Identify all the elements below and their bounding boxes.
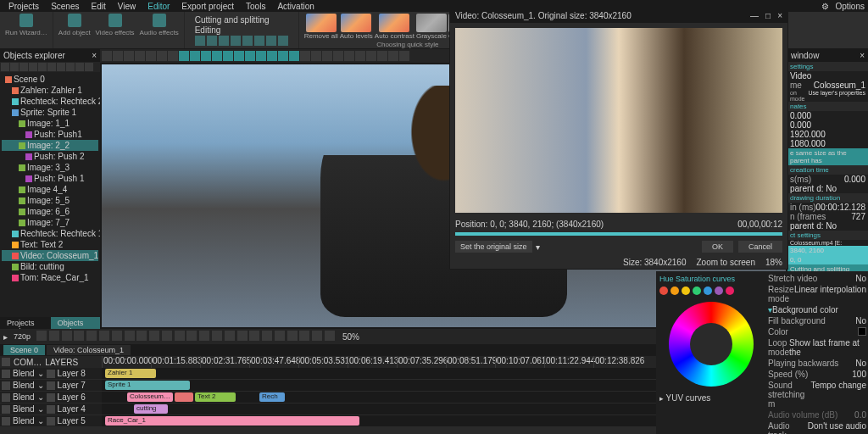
- toolbar-icon[interactable]: [124, 51, 134, 61]
- toolbar-icon[interactable]: [29, 63, 37, 71]
- tree-item[interactable]: Push: Push 1: [2, 173, 98, 184]
- close-icon[interactable]: ×: [777, 11, 782, 20]
- playback-button[interactable]: [149, 331, 159, 341]
- tab-projects-explorer[interactable]: Projects explorer: [0, 317, 51, 329]
- tree-item[interactable]: Tom: Race_Car_1: [2, 272, 98, 283]
- playback-button[interactable]: [275, 331, 285, 341]
- style-thumb[interactable]: [416, 14, 447, 32]
- tool-icon[interactable]: [242, 36, 253, 46]
- toolbar-icon[interactable]: [75, 63, 84, 71]
- maximize-icon[interactable]: □: [765, 11, 771, 20]
- timeline-clip[interactable]: Colosseum…: [127, 392, 173, 402]
- resolution-selector[interactable]: 720p: [10, 332, 34, 341]
- hue-dot[interactable]: [726, 287, 734, 295]
- close-icon[interactable]: ×: [860, 51, 865, 60]
- toolbar-icon[interactable]: [267, 51, 277, 61]
- toolbar-icon[interactable]: [85, 63, 93, 71]
- tool-icon[interactable]: [195, 36, 205, 46]
- video-preview[interactable]: [455, 28, 782, 213]
- tree-item[interactable]: Sprite: Sprite 1: [2, 107, 98, 118]
- tree-item[interactable]: Image: 2_2: [2, 140, 98, 151]
- toolbar-icon[interactable]: [212, 51, 222, 61]
- playback-button[interactable]: [212, 331, 222, 341]
- style-thumb[interactable]: [341, 14, 371, 32]
- toolbar-icon[interactable]: [57, 63, 65, 71]
- toolbar-icon[interactable]: [388, 51, 398, 61]
- hue-dot[interactable]: [715, 287, 723, 295]
- toolbar-icon[interactable]: [66, 63, 75, 71]
- toolbar-icon[interactable]: [322, 51, 332, 61]
- toolbar-icon[interactable]: [47, 63, 56, 71]
- playback-button[interactable]: [249, 331, 259, 341]
- minimize-icon[interactable]: —: [750, 11, 759, 20]
- options-label[interactable]: Options: [836, 2, 865, 11]
- menu-view[interactable]: View: [118, 2, 136, 11]
- timeline-tab-scene[interactable]: Scene 0: [3, 345, 45, 355]
- menu-projects[interactable]: Projects: [8, 2, 39, 11]
- eye-icon[interactable]: [2, 393, 10, 402]
- menu-export-project[interactable]: Export project: [181, 2, 234, 11]
- toolbar-icon[interactable]: [190, 51, 200, 61]
- tree-item[interactable]: Zahlen: Zahler 1: [2, 85, 98, 96]
- toolbar-icon[interactable]: [157, 51, 167, 61]
- yuv-curves[interactable]: ▸ YUV curves: [659, 393, 710, 403]
- run-wizard-button[interactable]: Run Wizard…: [5, 14, 47, 36]
- video-effects-button[interactable]: Video effects: [96, 14, 135, 36]
- zoom-pct[interactable]: 50%: [342, 332, 359, 342]
- tree-item[interactable]: Push: Push1: [2, 129, 98, 140]
- layer-row[interactable]: Blend⌄Layer 8: [0, 368, 102, 380]
- tool-icon[interactable]: [207, 36, 217, 46]
- layer-row[interactable]: Blend⌄Layer 4: [0, 403, 102, 415]
- playback-button[interactable]: [162, 331, 172, 341]
- layer-row[interactable]: Blend⌄Layer 6: [0, 392, 102, 403]
- tree-item[interactable]: Image: 1_1: [2, 118, 98, 129]
- timeline-clip[interactable]: Race_Car_1: [105, 416, 359, 426]
- tool-icon[interactable]: [231, 36, 241, 46]
- toolbar-icon[interactable]: [300, 51, 310, 61]
- playback-button[interactable]: [312, 331, 322, 341]
- tree-item[interactable]: Image: 6_6: [2, 206, 98, 217]
- eye-icon[interactable]: [2, 370, 10, 378]
- toolbar-icon[interactable]: [38, 63, 47, 71]
- audio-effects-button[interactable]: Audio effects: [140, 14, 179, 36]
- timeline-clip[interactable]: Text 2: [195, 392, 236, 402]
- tool-icon[interactable]: [219, 36, 229, 46]
- toolbar-icon[interactable]: [19, 63, 28, 71]
- playback-button[interactable]: [136, 331, 147, 341]
- playback-button[interactable]: [62, 331, 72, 341]
- playback-button[interactable]: [262, 331, 272, 341]
- menu-edit[interactable]: Edit: [91, 2, 105, 11]
- video-scrubber[interactable]: [455, 232, 782, 236]
- timeline-clip[interactable]: Rech: [259, 392, 285, 402]
- video-preview-window[interactable]: Video: Colosseum_1. Original size: 3840x…: [449, 7, 788, 270]
- toolbar-icon[interactable]: [366, 51, 376, 61]
- playback-button[interactable]: [49, 331, 59, 341]
- tool-icon[interactable]: [254, 36, 264, 46]
- size-combo[interactable]: Set the original size: [455, 241, 532, 253]
- eye-icon[interactable]: [2, 405, 10, 414]
- menu-activation[interactable]: Activation: [277, 2, 314, 11]
- hue-dot[interactable]: [704, 287, 712, 295]
- playback-button[interactable]: [299, 331, 309, 341]
- toolbar-icon[interactable]: [135, 51, 145, 61]
- toolbar-icon[interactable]: [102, 51, 112, 61]
- timeline-clip[interactable]: [175, 392, 193, 402]
- toolbar-icon[interactable]: [377, 51, 387, 61]
- playback-button[interactable]: [287, 331, 298, 341]
- tree-item[interactable]: Image: 3_3: [2, 162, 98, 173]
- layer-row[interactable]: Blend⌄Layer 7: [0, 380, 102, 392]
- add-object-button[interactable]: Add object: [58, 14, 91, 36]
- menu-scenes[interactable]: Scenes: [51, 2, 79, 11]
- toolbar-icon[interactable]: [168, 51, 178, 61]
- toolbar-icon[interactable]: [399, 51, 409, 61]
- toolbar-icon[interactable]: [245, 51, 255, 61]
- cancel-button[interactable]: Cancel: [738, 241, 782, 253]
- toolbar-icon[interactable]: [256, 51, 266, 61]
- tool-icon[interactable]: [266, 36, 276, 46]
- playback-button[interactable]: [175, 331, 185, 341]
- timeline-collapse-icon[interactable]: ▸: [3, 332, 8, 342]
- menu-tools[interactable]: Tools: [246, 2, 265, 11]
- toolbar-icon[interactable]: [311, 51, 321, 61]
- style-thumb[interactable]: [379, 14, 409, 32]
- tree-item[interactable]: Image: 7_7: [2, 217, 98, 228]
